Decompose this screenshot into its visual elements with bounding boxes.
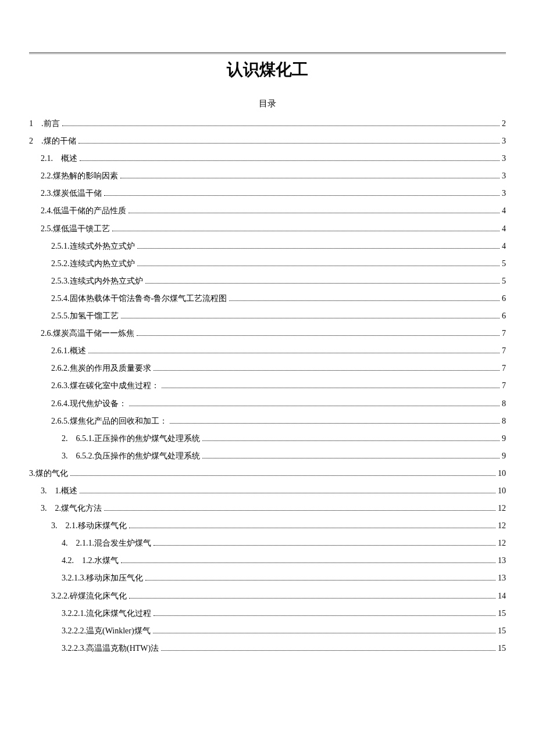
toc-dots (202, 458, 500, 458)
toc-entry-page: 5 (502, 273, 506, 290)
toc-entry[interactable]: 2 .煤的干储3 (29, 132, 506, 150)
toc-entry-label: 2.5.5.加氢干馏工艺 (51, 307, 119, 325)
toc-entry-page: 3 (502, 132, 506, 150)
toc-entry[interactable]: 2.3.煤炭低温干储3 (29, 185, 506, 202)
toc-entry-label: 4.2. 1.2.水煤气 (62, 552, 119, 569)
toc-entry-label: 2.5.2.连续式内热立式炉 (51, 255, 135, 273)
toc-dots (104, 510, 495, 511)
toc-dots (153, 633, 495, 633)
toc-dots (121, 318, 500, 318)
toc-entry[interactable]: 2.5.5.加氢干馏工艺6 (29, 307, 506, 325)
toc-entry-page: 8 (502, 413, 506, 430)
toc-entry-label: 2.5.4.固体热载体干馆法鲁奇-鲁尔煤气工艺流程图 (51, 290, 227, 307)
toc-entry-label: 2.6.1.概述 (51, 342, 86, 360)
toc-entry[interactable]: 2.6.5.煤焦化产品的回收和加工：8 (29, 413, 506, 430)
toc-entry[interactable]: 2.1. 概述3 (29, 150, 506, 167)
toc-entry-label: 2.5.1.连续式外热立式炉 (51, 238, 135, 255)
toc-entry-page: 5 (502, 255, 506, 273)
toc-dots (104, 195, 500, 196)
toc-entry[interactable]: 2.6.煤炭高温干储一一炼焦7 (29, 325, 506, 342)
toc-entry[interactable]: 2.5.4.固体热载体干馆法鲁奇-鲁尔煤气工艺流程图6 (29, 290, 506, 307)
toc-entry-page: 9 (502, 447, 506, 465)
toc-entry-label: 4. 2.1.1.混合发生炉煤气 (62, 535, 151, 552)
toc-entry-label: 2.3.煤炭低温干储 (41, 185, 102, 202)
toc-entry-page: 15 (498, 622, 506, 640)
toc-entry-label: 2.2.煤热解的影响因素 (41, 167, 118, 185)
toc-entry-label: 3. 2.煤气化方法 (41, 500, 102, 517)
toc-entry-page: 12 (498, 517, 506, 535)
toc-entry[interactable]: 2.5.3.连续式内外热立式炉5 (29, 273, 506, 290)
toc-entry[interactable]: 3. 2.1.移动床煤气化12 (29, 517, 506, 535)
toc-entry[interactable]: 3.2.2.2.温克(Winkler)煤气15 (29, 622, 506, 640)
toc-entry[interactable]: 3. 1.概述10 (29, 482, 506, 500)
toc-dots (79, 143, 500, 144)
toc-entry[interactable]: 2.5.煤低温干馈工艺4 (29, 220, 506, 238)
toc-entry[interactable]: 2.6.1.概述7 (29, 342, 506, 360)
toc-dots (121, 562, 495, 563)
toc-entry[interactable]: 3.2.2.1.流化床煤气化过程15 (29, 605, 506, 622)
toc-entry[interactable]: 2.6.4.现代焦炉设备：8 (29, 395, 506, 413)
toc-entry-page: 9 (502, 430, 506, 447)
toc-entry[interactable]: 2.2.煤热解的影响因素3 (29, 167, 506, 185)
toc-entry[interactable]: 2. 6.5.1.正压操作的焦炉煤气处理系统9 (29, 430, 506, 447)
toc-dots (162, 388, 500, 388)
toc-entry-label: 3.煤的气化 (29, 465, 68, 482)
toc-entry[interactable]: 2.5.2.连续式内热立式炉5 (29, 255, 506, 273)
toc-entry-page: 6 (502, 307, 506, 325)
toc-entry-label: 3.2.2.2.温克(Winkler)煤气 (62, 622, 151, 640)
toc-entry[interactable]: 4. 2.1.1.混合发生炉煤气12 (29, 535, 506, 552)
toc-entry-label: 1 .前言 (29, 115, 60, 132)
toc-entry-page: 10 (498, 482, 506, 500)
toc-entry[interactable]: 3. 6.5.2.负压操作的焦炉煤气处理系统9 (29, 447, 506, 465)
toc-entry[interactable]: 3.2.1.3.移动床加压气化13 (29, 569, 506, 587)
toc-entry-page: 8 (502, 395, 506, 413)
toc-entry-page: 7 (502, 360, 506, 377)
toc-entry[interactable]: 2.6.3.煤在碳化室中成焦过程：7 (29, 377, 506, 395)
toc-entry-page: 6 (502, 290, 506, 307)
toc-entry-label: 2.6.2.焦炭的作用及质量要求 (51, 360, 151, 377)
toc-dots (137, 335, 500, 336)
toc-entry[interactable]: 2.5.1.连续式外热立式炉4 (29, 238, 506, 255)
toc-entry-label: 2.4.低温干储的产品性质 (41, 202, 126, 220)
toc-entry-label: 3.2.2.1.流化床煤气化过程 (62, 605, 151, 622)
toc-entry-page: 14 (498, 587, 506, 605)
toc-entry[interactable]: 1 .前言2 (29, 115, 506, 132)
toc-entry-page: 12 (498, 535, 506, 552)
toc-entry-page: 12 (498, 500, 506, 517)
toc-dots (88, 353, 500, 353)
toc-entry-page: 3 (502, 185, 506, 202)
toc-entry-page: 13 (498, 569, 506, 587)
toc-dots (129, 213, 500, 213)
toc-entry[interactable]: 4.2. 1.2.水煤气13 (29, 552, 506, 569)
toc-entry-label: 2.6.5.煤焦化产品的回收和加工： (51, 413, 167, 430)
toc-entry[interactable]: 3. 2.煤气化方法12 (29, 500, 506, 517)
toc-dots (145, 283, 500, 284)
toc-entry[interactable]: 3.2.2.3.高温温克勒(HTW)法15 (29, 640, 506, 657)
toc-entry-page: 4 (502, 202, 506, 220)
toc-entry[interactable]: 3.2.2.碎煤流化床气化14 (29, 587, 506, 605)
toc-dots (161, 650, 495, 651)
toc-entry[interactable]: 2.6.2.焦炭的作用及质量要求7 (29, 360, 506, 377)
toc-entry-label: 3.2.2.3.高温温克勒(HTW)法 (62, 640, 159, 657)
toc-entry-page: 7 (502, 325, 506, 342)
toc-entry-page: 2 (502, 115, 506, 132)
toc-dots (112, 231, 500, 231)
toc-entry-page: 7 (502, 342, 506, 360)
toc-dots (154, 370, 500, 371)
page-title: 认识煤化工 (29, 59, 506, 81)
toc-entry[interactable]: 2.4.低温干储的产品性质4 (29, 202, 506, 220)
toc-entry-page: 7 (502, 377, 506, 395)
toc-entry-label: 2. 6.5.1.正压操作的焦炉煤气处理系统 (62, 430, 200, 447)
toc-entry-label: 3. 1.概述 (41, 482, 77, 500)
toc-dots (129, 528, 496, 528)
toc-entry-label: 3. 6.5.2.负压操作的焦炉煤气处理系统 (62, 447, 200, 465)
toc-entry-label: 2.6.4.现代焦炉设备： (51, 395, 127, 413)
toc-dots (129, 406, 500, 406)
toc-dots (120, 178, 500, 178)
toc-dots (80, 160, 500, 161)
toc-entry-page: 15 (498, 605, 506, 622)
toc-dots (137, 248, 500, 249)
toc-entry-page: 3 (502, 150, 506, 167)
top-rule (29, 52, 506, 54)
toc-entry[interactable]: 3.煤的气化10 (29, 465, 506, 482)
